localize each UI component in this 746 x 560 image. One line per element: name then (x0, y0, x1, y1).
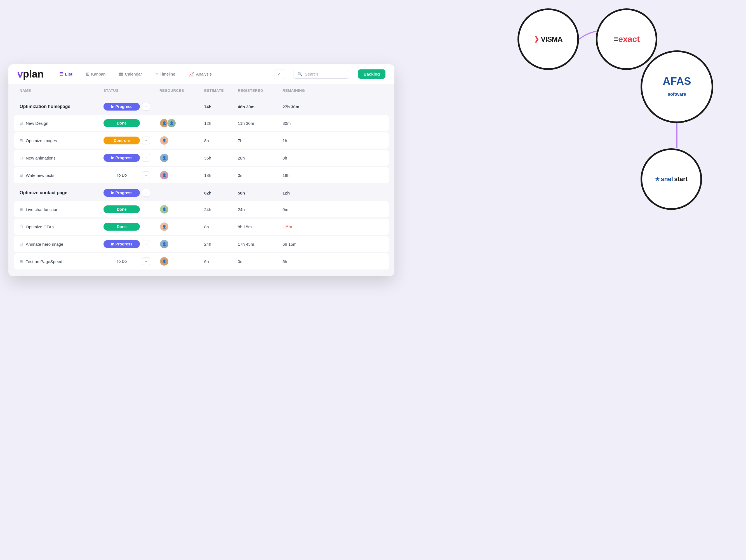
estimate-cell: 24h (204, 242, 238, 247)
status-cell: In Progress → (104, 103, 160, 111)
task-name: ⊟ Live chat function (20, 207, 104, 212)
avatar: 👤 (160, 153, 169, 163)
task-label: Optimize CTA's (26, 224, 55, 229)
app-window: vplan ☰ List ⊞ Kanban ▦ Calendar ≡ Timel… (8, 64, 394, 276)
avatar: 👤 (160, 170, 169, 180)
estimate-cell: 18h (204, 173, 238, 178)
avatar: 👤 (160, 136, 169, 145)
nav-calendar[interactable]: ▦ Calendar (117, 70, 144, 78)
table-row: ⊟ Optimize images Controle → 👤 8h 7h 1h (14, 132, 389, 149)
task-label: New animations (26, 156, 56, 160)
status-badge[interactable]: To Do (104, 171, 140, 179)
resources-cell: 👤 (160, 204, 204, 214)
nav-kanban[interactable]: ⊞ Kanban (84, 70, 108, 78)
table-row: ⊟ New animations In Progress → 👤 36h 28h… (14, 150, 389, 166)
nav-kanban-label: Kanban (91, 72, 106, 76)
registered-cell: 17h 45m (238, 242, 283, 247)
arrow-button[interactable]: → (142, 137, 150, 144)
status-badge[interactable]: Controle (104, 137, 140, 144)
nav-timeline[interactable]: ≡ Timeline (153, 71, 177, 78)
backlog-button[interactable]: Backlog (358, 69, 385, 79)
resources-cell: 👤 (160, 170, 204, 180)
snelstart-logo: ★ snelstart (640, 148, 702, 210)
status-cell: To Do → (104, 171, 160, 179)
search-icon: 🔍 (297, 72, 303, 77)
nav-analysis[interactable]: 📈 Analysis (186, 70, 214, 78)
estimate-cell: 8h (204, 138, 238, 143)
status-cell: Controle → (104, 137, 160, 144)
snel-text: snel (661, 175, 673, 183)
task-name: ⊟ New animations (20, 156, 104, 160)
status-cell: Done (104, 205, 160, 213)
exact-word: exact (618, 34, 640, 44)
col-status: STATUS (104, 88, 160, 93)
task-name: ⊟ Animate hero image (20, 242, 104, 247)
arrow-button[interactable]: → (142, 240, 150, 248)
status-badge[interactable]: In Progress (104, 103, 140, 111)
subtask-icon: ⊟ (20, 156, 23, 160)
nav-list-label: List (65, 72, 73, 76)
status-badge[interactable]: Done (104, 223, 140, 231)
snelstart-star: ★ (655, 176, 660, 182)
avatar: 👤 (160, 222, 169, 231)
col-estimate: ESTIMATE (204, 88, 238, 93)
task-name: ⊟ Test on PageSpeed (20, 259, 104, 264)
task-name: Optimization homepage (20, 104, 104, 109)
remaining-cell: 6h 15m (283, 242, 322, 247)
remaining-cell: 1h (283, 138, 322, 143)
list-icon: ☰ (59, 72, 63, 77)
status-badge[interactable]: In Progress (104, 154, 140, 162)
arrow-button[interactable]: → (142, 189, 150, 197)
status-badge[interactable]: Done (104, 119, 140, 127)
estimate-cell: 62h (204, 191, 238, 195)
col-name: NAME (20, 88, 104, 93)
resources-cell: 👤 (160, 222, 204, 231)
registered-cell: 7h (238, 138, 283, 143)
resources-cell: 👤 (160, 257, 204, 266)
visma-label: VISMA (541, 35, 562, 44)
subtask-icon: ⊟ (20, 242, 23, 246)
registered-cell: 8h 15m (238, 224, 283, 229)
table-row: Optimization homepage In Progress → 74h … (14, 100, 389, 114)
table-row: ⊟ Optimize CTA's Done 👤 8h 8h 15m -15m (14, 219, 389, 235)
status-badge[interactable]: Done (104, 205, 140, 213)
task-name: ⊟ Optimize images (20, 138, 104, 143)
task-label: Optimization homepage (20, 104, 70, 109)
remaining-cell: 27h 30m (283, 104, 322, 109)
table-row: ⊟ New Design Done 👤 👤 12h 11h 30m 30m (14, 115, 389, 131)
table-row: ⊟ Live chat function Done 👤 24h 24h 0m (14, 201, 389, 218)
arrow-button[interactable]: → (142, 171, 150, 179)
search-box[interactable]: 🔍 Search (293, 70, 349, 79)
nav-list[interactable]: ☰ List (57, 70, 75, 78)
kanban-icon: ⊞ (86, 72, 89, 77)
table-row: Optimize contact page In Progress → 62h … (14, 186, 389, 200)
subtask-icon: ⊟ (20, 224, 23, 229)
afas-label: AFAS software (663, 76, 691, 98)
expand-button[interactable]: ⤢ (274, 69, 284, 79)
status-badge[interactable]: In Progress (104, 240, 140, 248)
registered-cell: 50h (238, 191, 283, 195)
arrow-button[interactable]: → (142, 154, 150, 162)
status-badge[interactable]: In Progress (104, 189, 140, 197)
calendar-icon: ▦ (119, 72, 123, 77)
subtask-icon: ⊟ (20, 207, 23, 212)
start-text: start (674, 175, 688, 183)
task-label: Test on PageSpeed (26, 259, 62, 264)
remaining-cell: -15m (283, 224, 322, 229)
arrow-button[interactable]: → (142, 257, 150, 265)
task-name: ⊟ Write new texts (20, 173, 104, 178)
estimate-cell: 36h (204, 156, 238, 160)
registered-cell: 11h 30m (238, 121, 283, 125)
table-row: ⊟ Write new texts To Do → 👤 18h 0m 18h (14, 167, 389, 183)
table-row: ⊟ Test on PageSpeed To Do → 👤 6h 0m 6h (14, 253, 389, 270)
status-cell: In Progress → (104, 189, 160, 197)
estimate-cell: 24h (204, 207, 238, 212)
avatar: 👤 (160, 239, 169, 249)
nav-calendar-label: Calendar (125, 72, 142, 76)
status-cell: Done (104, 119, 160, 127)
status-badge[interactable]: To Do (104, 257, 140, 265)
table-row: ⊟ Animate hero image In Progress → 👤 24h… (14, 236, 389, 252)
arrow-button[interactable]: → (142, 103, 150, 111)
task-label: Live chat function (26, 207, 58, 212)
registered-cell: 24h (238, 207, 283, 212)
